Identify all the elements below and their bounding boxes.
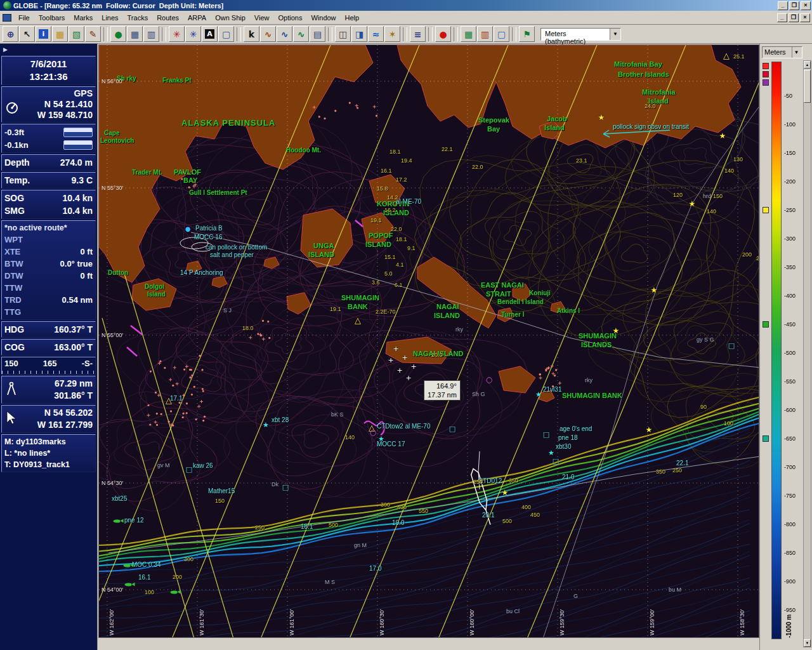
place-label: Bay bbox=[487, 125, 500, 133]
depth-number: 140 bbox=[724, 168, 734, 174]
text-tool[interactable]: A bbox=[202, 26, 218, 42]
close-button[interactable]: × bbox=[801, 1, 811, 10]
line-style-tool[interactable]: ∿ bbox=[260, 26, 276, 42]
marker-dot-c[interactable]: ● bbox=[185, 226, 191, 232]
marker-x-w[interactable]: + bbox=[402, 354, 407, 361]
depth-number: 19.4 bbox=[401, 157, 412, 164]
bearing-tool[interactable]: k bbox=[244, 26, 259, 42]
chart-colors-tool[interactable]: ▦ bbox=[52, 26, 68, 42]
scroll-down-icon[interactable]: ▼ bbox=[804, 639, 811, 647]
marker-circ-m[interactable]: ○ bbox=[370, 428, 376, 436]
marker-x-w[interactable]: + bbox=[393, 345, 398, 352]
marker-star-y[interactable]: ★ bbox=[719, 132, 726, 140]
marker-star-y[interactable]: ★ bbox=[646, 426, 653, 434]
table2-tool[interactable]: ▤ bbox=[310, 26, 325, 42]
sounder-tool[interactable]: ≈ bbox=[368, 26, 384, 42]
menu-own-ship[interactable]: Own Ship bbox=[211, 12, 250, 23]
marker-x-w[interactable]: + bbox=[388, 357, 393, 364]
grid-tool[interactable]: ▦ bbox=[127, 26, 143, 42]
menu-toolbars[interactable]: Toolbars bbox=[34, 12, 70, 23]
marker-fish[interactable] bbox=[114, 520, 121, 523]
menu-file[interactable]: File bbox=[14, 12, 34, 23]
seabed-type-label: gv M bbox=[157, 462, 170, 468]
marker-sq-c[interactable]: □ bbox=[553, 458, 559, 465]
chart-view-tool[interactable]: ▧ bbox=[69, 26, 84, 42]
marker-star-y[interactable]: ★ bbox=[502, 489, 509, 496]
target-tool[interactable]: ✶ bbox=[384, 26, 400, 42]
marker-fish[interactable] bbox=[171, 591, 178, 594]
depth-palette-combobox[interactable]: Meters (bathymetric) ▼ bbox=[540, 28, 621, 41]
marker-circ-m[interactable]: ○ bbox=[486, 376, 492, 383]
chevron-down-icon[interactable]: ▼ bbox=[792, 47, 801, 58]
menu-help[interactable]: Help bbox=[341, 12, 364, 23]
place-label: Bendell I bbox=[497, 298, 524, 305]
globe-app-icon bbox=[3, 1, 11, 10]
marker-sq-c[interactable]: □ bbox=[543, 431, 549, 438]
marker-star-y[interactable]: ★ bbox=[598, 114, 605, 121]
scale-scrollbar[interactable]: ▲ ▼ bbox=[803, 60, 811, 647]
record-tool[interactable]: ● bbox=[435, 26, 451, 42]
menu-arpa[interactable]: ARPA bbox=[183, 12, 211, 23]
marker-tri-y[interactable]: △ bbox=[166, 396, 172, 404]
menu-lines[interactable]: Lines bbox=[97, 12, 122, 23]
menu-routes[interactable]: Routes bbox=[152, 12, 183, 23]
marker-tri-y[interactable]: △ bbox=[355, 316, 361, 324]
table-tool[interactable]: ▥ bbox=[143, 26, 159, 42]
marker-sq-c[interactable]: □ bbox=[282, 484, 289, 491]
marker-x-w[interactable]: + bbox=[396, 367, 402, 374]
marker-tri-y[interactable]: △ bbox=[723, 51, 730, 60]
scroll-up-icon[interactable]: ▲ bbox=[804, 61, 811, 69]
center-ship-tool-icon: ● bbox=[114, 30, 122, 39]
menu-tracks[interactable]: Tracks bbox=[123, 12, 153, 23]
palette-tool[interactable]: ⚑ bbox=[519, 26, 535, 42]
list-tool[interactable]: ≡ bbox=[410, 26, 426, 42]
menu-options[interactable]: Options bbox=[274, 12, 307, 23]
edit-tool[interactable]: ✎ bbox=[85, 26, 101, 42]
sidebar-collapse-arrow[interactable]: ▶ bbox=[1, 46, 8, 53]
menu-marks[interactable]: Marks bbox=[69, 12, 97, 23]
center-ship-tool[interactable]: ● bbox=[110, 26, 126, 42]
marker-x-w[interactable]: + bbox=[405, 375, 411, 381]
scroll-thumb[interactable] bbox=[804, 70, 811, 103]
marker-sq-c[interactable]: □ bbox=[449, 425, 455, 432]
scale-units-combobox[interactable]: Meters ▼ bbox=[762, 46, 802, 58]
child-restore-button[interactable]: ❐ bbox=[789, 13, 799, 22]
marker-star-c[interactable]: ★ bbox=[548, 449, 554, 456]
zoom-tool[interactable]: ⊕ bbox=[3, 26, 18, 42]
chevron-down-icon[interactable]: ▼ bbox=[610, 29, 620, 40]
marker-star-c[interactable]: ★ bbox=[535, 391, 542, 398]
restore-button[interactable]: ❐ bbox=[789, 1, 799, 10]
marker-x-w[interactable]: + bbox=[410, 363, 416, 370]
marks2-tool[interactable]: ✳ bbox=[185, 26, 201, 42]
info-tool[interactable]: i bbox=[36, 26, 51, 42]
marker-star-y[interactable]: ★ bbox=[651, 286, 658, 294]
marker-star-c[interactable]: ★ bbox=[378, 435, 384, 442]
layers-tool[interactable]: ◨ bbox=[351, 26, 367, 42]
snapshot-tool[interactable]: ◫ bbox=[335, 26, 351, 42]
monitor-tool[interactable]: ▢ bbox=[494, 26, 509, 42]
marker-fish[interactable] bbox=[124, 564, 131, 567]
title-bar[interactable]: GLOBE - [Range: 65.32 nm Follow: Cursor … bbox=[0, 0, 812, 11]
line-style2-tool[interactable]: ∿ bbox=[277, 26, 292, 42]
marks-tool[interactable]: ✳ bbox=[169, 26, 185, 42]
child-close-button[interactable]: × bbox=[800, 13, 810, 22]
marker-star-c[interactable]: ★ bbox=[263, 421, 269, 428]
marker-fish[interactable] bbox=[125, 583, 132, 587]
marker-sq-c[interactable]: □ bbox=[186, 466, 192, 473]
menu-view[interactable]: View bbox=[250, 12, 274, 23]
mark-color-swatch bbox=[763, 321, 769, 328]
display-tool[interactable]: ▢ bbox=[218, 26, 234, 42]
bathy-table-tool[interactable]: ▥ bbox=[477, 26, 493, 42]
marker-star-y[interactable]: ★ bbox=[613, 327, 620, 335]
menu-window[interactable]: Window bbox=[306, 12, 340, 23]
chart-area[interactable]: Sh rkyFranks PtALASKA PENINSULACapeLeont… bbox=[98, 44, 759, 638]
marker-star-y[interactable]: ★ bbox=[689, 200, 696, 208]
marker-sq-c[interactable]: □ bbox=[728, 342, 735, 349]
seabed-type-label: bu Cl bbox=[506, 608, 520, 614]
child-minimize-button[interactable]: _ bbox=[777, 13, 787, 22]
line-style3-tool[interactable]: ∿ bbox=[293, 26, 309, 42]
longitude-label: W 161°30' bbox=[199, 609, 205, 635]
pointer-tool[interactable]: ↖ bbox=[19, 26, 35, 42]
bathy-grid-tool[interactable]: ▦ bbox=[461, 26, 476, 42]
minimize-button[interactable]: _ bbox=[778, 1, 788, 10]
